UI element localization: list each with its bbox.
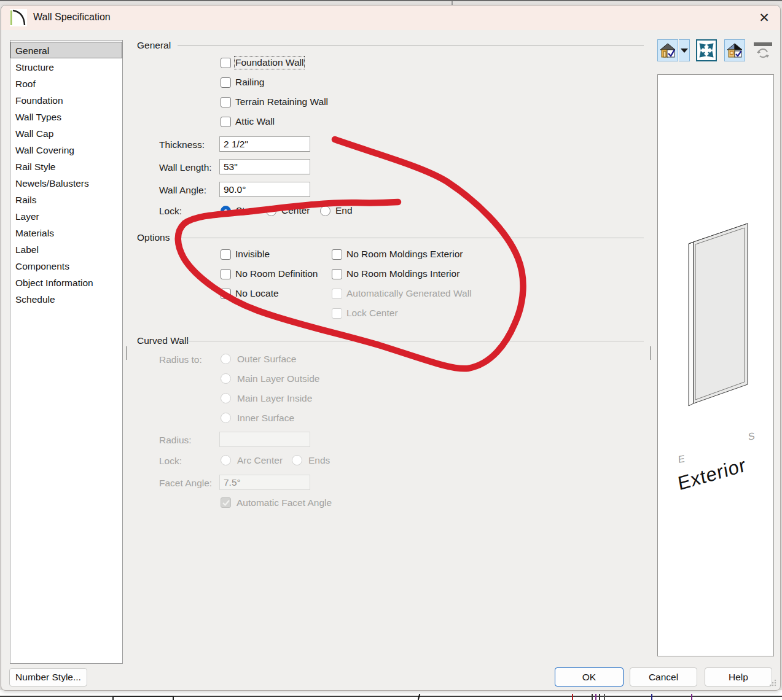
wall-3d-preview [658,75,773,656]
no-room-moldings-exterior-label[interactable]: No Room Moldings Exterior [346,249,463,260]
general-section-title: General [137,40,171,51]
sidebar-item-wall-types[interactable]: Wall Types [10,108,122,125]
thickness-input[interactable] [219,136,310,152]
automatic-facet-angle-label: Automatic Facet Angle [237,497,332,508]
inner-surface-label: Inner Surface [237,413,294,424]
outer-surface-radio [221,354,231,364]
wall-specification-dialog: Wall Specification ✕ General Structure R… [1,5,781,691]
arc-center-label: Arc Center [237,455,283,466]
curved-lock-label: Lock: [159,456,182,467]
sidebar-item-layer[interactable]: Layer [10,208,122,224]
options-section-title: Options [137,232,170,243]
sidebar-item-general[interactable]: General [10,42,122,58]
facet-angle-input [219,475,310,490]
preview-panel[interactable]: S E Exterior [657,74,774,656]
terrain-retaining-wall-label[interactable]: Terrain Retaining Wall [235,96,328,107]
right-splitter-handle[interactable] [650,346,651,360]
wall-angle-input[interactable] [219,182,310,197]
screen: Wall Specification ✕ General Structure R… [0,0,782,700]
app-behind-bottom [0,690,782,700]
lock-center-option-label: Lock Center [346,308,398,319]
sidebar-item-wall-cap[interactable]: Wall Cap [10,125,122,141]
section-view-button[interactable] [724,39,745,61]
railing-label[interactable]: Railing [235,77,264,88]
general-section-rule [178,45,644,46]
window-title: Wall Specification [33,12,111,23]
lock-center-label[interactable]: Center [281,205,310,216]
camera-view-dropdown[interactable] [679,39,690,61]
main-layer-outside-label: Main Layer Outside [237,373,319,384]
sidebar-item-newels-balusters[interactable]: Newels/Balusters [10,174,122,191]
house-check-icon [659,42,676,59]
thickness-label: Thickness: [159,139,205,150]
compass-e: E [678,453,685,465]
sidebar: General Structure Roof Foundation Wall T… [10,40,123,664]
options-section-rule [175,238,644,238]
terrain-retaining-wall-checkbox[interactable] [221,97,231,107]
help-button[interactable]: Help [705,667,772,686]
lock-center-checkbox [332,308,342,319]
cancel-button[interactable]: Cancel [630,667,697,686]
lock-end-label[interactable]: End [335,205,353,216]
automatically-generated-wall-checkbox [332,289,342,299]
railing-checkbox[interactable] [221,77,231,88]
refresh-preview-button [751,39,775,61]
main-layer-inside-radio [221,393,231,403]
sidebar-item-object-information[interactable]: Object Information [10,274,122,290]
radius-to-label: Radius to: [159,354,202,365]
number-style-button[interactable]: Number Style... [9,668,87,686]
no-room-moldings-interior-checkbox[interactable] [332,269,342,279]
inner-surface-radio [221,413,231,423]
curved-wall-section-rule [187,341,644,341]
sidebar-item-schedule[interactable]: Schedule [10,290,122,307]
resize-grip[interactable] [769,679,776,686]
arc-center-radio [221,455,231,465]
sidebar-item-materials[interactable]: Materials [10,224,122,241]
no-room-definition-checkbox[interactable] [221,269,231,279]
radius-input [219,432,310,447]
titlebar: Wall Specification ✕ [1,6,780,30]
house-section-check-icon [726,42,743,59]
no-room-moldings-exterior-checkbox[interactable] [332,249,342,260]
no-room-moldings-interior-label[interactable]: No Room Moldings Interior [346,268,459,279]
no-locate-checkbox[interactable] [221,289,231,299]
sidebar-item-roof[interactable]: Roof [10,75,122,91]
attic-wall-label[interactable]: Attic Wall [235,116,275,127]
facet-angle-label: Facet Angle: [159,478,212,489]
sidebar-item-components[interactable]: Components [10,257,122,274]
compass-s: S [748,430,755,443]
refresh-icon [753,41,773,60]
main-layer-outside-radio [221,373,231,384]
ok-button[interactable]: OK [555,667,624,686]
close-button[interactable]: ✕ [756,9,773,26]
lock-end-radio[interactable] [320,206,330,216]
chevron-down-icon [681,49,688,53]
lock-start-radio[interactable] [221,206,231,216]
sidebar-item-foundation[interactable]: Foundation [10,91,122,108]
wall-angle-label: Wall Angle: [159,185,206,196]
ends-label: Ends [308,455,330,466]
foundation-wall-label[interactable]: Foundation Wall [235,57,303,68]
sidebar-item-rails[interactable]: Rails [10,191,122,208]
sidebar-item-structure[interactable]: Structure [10,58,122,75]
sidebar-item-label[interactable]: Label [10,241,122,257]
main-layer-inside-label: Main Layer Inside [237,393,312,404]
lock-start-label[interactable]: Start [236,205,256,216]
invisible-label[interactable]: Invisible [235,249,270,260]
left-splitter-handle[interactable] [126,346,127,360]
invisible-checkbox[interactable] [221,249,231,260]
fit-to-window-button[interactable] [696,39,717,61]
lock-center-radio[interactable] [266,206,276,216]
sidebar-item-rail-style[interactable]: Rail Style [10,158,122,174]
attic-wall-checkbox[interactable] [221,117,231,127]
wall-length-input[interactable] [219,159,310,174]
automatic-facet-angle-checkbox [221,497,231,508]
sidebar-item-wall-covering[interactable]: Wall Covering [10,141,122,158]
automatically-generated-wall-label: Automatically Generated Wall [346,288,472,299]
no-locate-label[interactable]: No Locate [235,288,279,299]
no-room-definition-label[interactable]: No Room Definition [235,268,318,279]
lock-label: Lock: [159,206,182,217]
outer-surface-label: Outer Surface [237,354,297,365]
foundation-wall-checkbox[interactable] [221,58,231,68]
camera-view-button[interactable] [657,39,678,61]
